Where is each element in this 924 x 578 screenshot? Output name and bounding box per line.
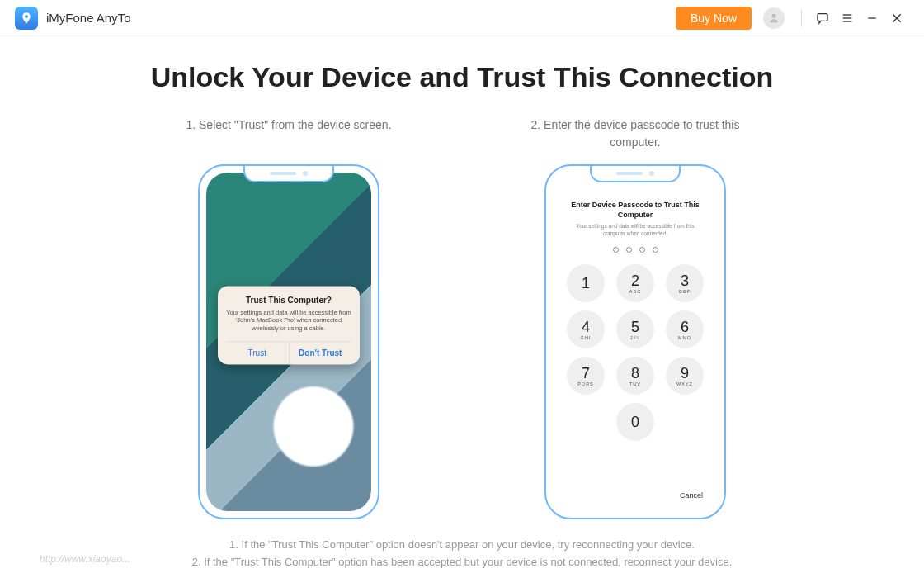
app-name: iMyFone AnyTo [46,11,131,25]
trust-dialog-title: Trust This Computer? [226,296,351,305]
close-icon[interactable] [884,6,909,31]
key-5: 5JKL [616,310,654,348]
titlebar: iMyFone AnyTo Buy Now [0,0,924,36]
feedback-icon[interactable] [810,6,835,31]
passcode-subtitle: Your settings and data will be accessibl… [553,220,718,237]
dont-trust-button: Don't Trust [290,342,352,364]
keypad: 1 2ABC 3DEF 4GHI 5JKL 6MNO 7PQRS 8TUV 9W… [553,264,718,441]
note-line-1: 1. If the "Trust This Computer" option d… [0,537,924,554]
passcode-cancel: Cancel [680,491,703,500]
key-blank-left [567,403,605,441]
key-4: 4GHI [567,310,605,348]
phone-mockup-1: Trust This Computer? Your settings and d… [198,164,380,519]
key-9: 9WXYZ [666,357,704,395]
key-3: 3DEF [666,264,704,302]
page-title: Unlock Your Device and Trust This Connec… [33,61,891,93]
key-8: 8TUV [616,357,654,395]
trust-button: Trust [226,342,290,364]
step-1: 1. Select "Trust" from the device screen… [165,116,412,519]
footer-notes: 1. If the "Trust This Computer" option d… [0,537,924,571]
step-2-caption: 2. Enter the device passcode to trust th… [512,116,759,151]
key-1: 1 [567,264,605,302]
buy-now-button[interactable]: Buy Now [676,7,752,30]
passcode-dots [553,247,718,253]
phone-mockup-2: Enter Device Passcode to Trust This Comp… [544,164,726,519]
menu-icon[interactable] [835,6,860,31]
key-6: 6MNO [666,310,704,348]
minimize-icon[interactable] [860,6,884,31]
phone-notch-icon [590,166,681,182]
trust-dialog: Trust This Computer? Your settings and d… [218,286,360,364]
svg-rect-0 [818,13,827,21]
note-line-2: 2. If the "Trust This Computer" option h… [0,554,924,571]
key-7: 7PQRS [567,357,605,395]
divider [801,9,802,27]
phone-2-screen: Enter Device Passcode to Trust This Comp… [553,173,718,511]
key-2: 2ABC [616,264,654,302]
phone-notch-icon [243,166,334,182]
passcode-title: Enter Device Passcode to Trust This Comp… [553,201,718,220]
key-blank-right [666,403,704,441]
main-content: Unlock Your Device and Trust This Connec… [0,36,924,519]
step-2: 2. Enter the device passcode to trust th… [512,116,759,519]
trust-dialog-body: Your settings and data will be accessibl… [226,309,351,333]
watermark-text: http://www.xiaoyao... [40,553,130,565]
app-logo-icon [15,7,38,30]
steps-row: 1. Select "Trust" from the device screen… [33,116,891,519]
account-avatar-icon[interactable] [763,7,785,29]
key-0: 0 [616,403,654,441]
phone-1-screen: Trust This Computer? Your settings and d… [206,173,371,511]
step-1-caption: 1. Select "Trust" from the device screen… [165,116,412,151]
